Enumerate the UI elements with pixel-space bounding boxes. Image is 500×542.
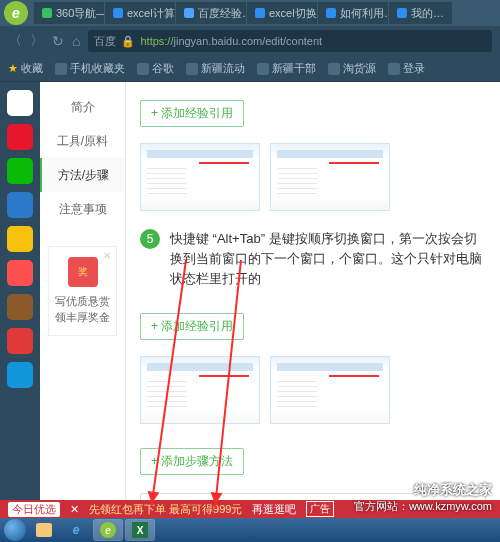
tab-5[interactable]: 我的… [389,2,452,24]
add-method-button[interactable]: + 添加步骤方法 [140,448,244,475]
dock-app-1[interactable] [7,90,33,116]
tab-2[interactable]: 百度经验… [176,2,246,24]
tab-label: 百度经验… [198,6,246,21]
promo-close-icon[interactable]: ✕ [70,503,79,516]
award-badge-icon: 奖 [68,257,98,287]
step-text[interactable]: 快捷键 “Alt+Tab” 是键按顺序切换窗口，第一次按会切换到当前窗口的下一个… [170,229,486,289]
back-icon[interactable]: 〈 [8,32,22,50]
screenshot-thumb[interactable] [140,143,260,211]
sidebar-item-notes[interactable]: 注意事项 [40,192,125,226]
task-ie[interactable]: e [62,520,90,540]
dock-wechat[interactable] [7,158,33,184]
add-reference-button[interactable]: + 添加经验引用 [140,100,244,127]
tab-1[interactable]: excel计算… [105,2,175,24]
award-line1: 写优质悬赏 [53,293,112,309]
close-icon[interactable]: ✕ [103,250,111,261]
step-number-badge: 5 [140,229,160,249]
folder-icon [137,63,149,75]
editor-sidebar: 简介 工具/原料 方法/步骤 注意事项 ✕ 奖 写优质悬赏 领丰厚奖金 [40,82,126,500]
browser-logo-icon[interactable]: e [4,1,28,25]
award-card[interactable]: ✕ 奖 写优质悬赏 领丰厚奖金 [48,246,117,336]
bookmark-item[interactable]: 谷歌 [137,61,174,76]
task-explorer[interactable] [30,520,58,540]
tab-label: 360导航— [56,6,104,21]
screenshot-thumb[interactable] [270,356,390,424]
tab-0[interactable]: 360导航— [34,2,104,24]
lock-icon: 🔒 [121,35,135,48]
tab-3[interactable]: excel切换 [247,2,317,24]
task-excel[interactable]: X [126,520,154,540]
folder-icon [186,63,198,75]
forward-icon[interactable]: 〉 [30,32,44,50]
promo-text: 先领红包再下单 最高可得999元 [89,502,242,517]
bookmark-item[interactable]: 手机收藏夹 [55,61,125,76]
reload-icon[interactable]: ↻ [52,33,64,49]
favorites-button[interactable]: ★★ 收藏收藏 [8,61,43,76]
dock-app-7[interactable] [7,294,33,320]
promo-text2: 再逛逛吧 [252,502,296,517]
screenshot-thumb[interactable] [270,143,390,211]
sidebar-item-steps[interactable]: 方法/步骤 [40,158,125,192]
home-icon[interactable]: ⌂ [72,33,80,49]
folder-icon [388,63,400,75]
start-button[interactable] [4,519,26,541]
award-line2: 领丰厚奖金 [53,309,112,325]
task-360browser[interactable]: e [94,520,122,540]
folder-icon [328,63,340,75]
windows-taskbar: e e X [0,518,500,542]
tab-label: 如何利用… [340,6,388,21]
ad-label: 广告 [306,501,334,517]
tab-label: 我的… [411,6,444,21]
sidebar-item-intro[interactable]: 简介 [40,90,125,124]
promo-badge: 今日优选 [8,502,60,517]
editor-main: + 添加经验引用 5 快捷键 “Alt+Tab” 是键按顺序切换窗口，第一次按会… [126,82,500,500]
bookmark-item[interactable]: 新疆干部 [257,61,316,76]
left-dock [0,82,40,500]
dock-app-5[interactable] [7,226,33,252]
screenshot-thumb[interactable] [140,356,260,424]
bookmark-item[interactable]: 淘货源 [328,61,376,76]
bookmark-item[interactable]: 登录 [388,61,425,76]
folder-icon [257,63,269,75]
sidebar-item-tools[interactable]: 工具/原料 [40,124,125,158]
address-bar[interactable]: 百度 🔒 https://jingyan.baidu.com/edit/cont… [88,30,492,52]
url-rest: jingyan.baidu.com/edit/content [174,35,323,47]
dock-app-4[interactable] [7,192,33,218]
bookmark-item[interactable]: 新疆流动 [186,61,245,76]
dock-app-8[interactable] [7,328,33,354]
dock-weibo[interactable] [7,124,33,150]
add-reference-button-2[interactable]: + 添加经验引用 [140,313,244,340]
watermark: 纯净系统之家 官方网站：www.kzmyw.com [354,481,492,514]
url-scheme: https:// [140,35,173,47]
tab-label: excel计算… [127,6,175,21]
folder-icon [55,63,67,75]
tab-4[interactable]: 如何利用… [318,2,388,24]
dock-app-9[interactable] [7,362,33,388]
tab-label: excel切换 [269,6,317,21]
search-engine-label: 百度 [94,34,116,49]
dock-app-6[interactable] [7,260,33,286]
